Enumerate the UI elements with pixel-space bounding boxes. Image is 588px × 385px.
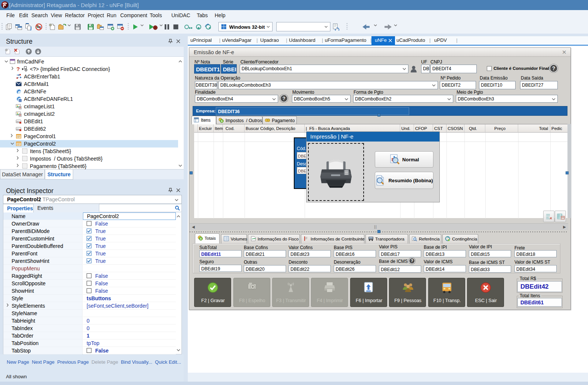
svg-text:$: $ xyxy=(221,120,223,122)
svg-text:DA: DA xyxy=(19,100,22,102)
svg-text:$: $ xyxy=(200,237,202,240)
